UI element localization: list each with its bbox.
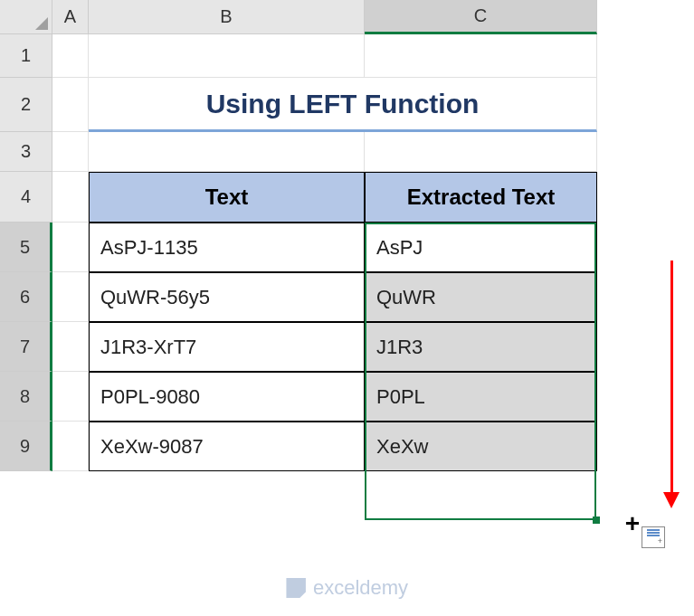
- cell-c7[interactable]: J1R3: [365, 322, 597, 372]
- cell-b1[interactable]: [89, 34, 365, 78]
- cell-b9[interactable]: XeXw-9087: [89, 422, 365, 471]
- cell-b8[interactable]: P0PL-9080: [89, 372, 365, 422]
- cell-b5[interactable]: AsPJ-1135: [89, 223, 365, 272]
- autofill-options-button[interactable]: +: [642, 526, 665, 548]
- row-header-3[interactable]: 3: [0, 132, 52, 172]
- row-header-8[interactable]: 8: [0, 372, 52, 422]
- cell-c9[interactable]: XeXw: [365, 422, 597, 471]
- cell-b3[interactable]: [89, 132, 365, 172]
- col-header-c[interactable]: C: [365, 0, 597, 34]
- select-all-corner[interactable]: [0, 0, 52, 34]
- fill-cursor-icon: +: [625, 509, 640, 538]
- cell-c8[interactable]: P0PL: [365, 372, 597, 422]
- col-header-a[interactable]: A: [52, 0, 89, 34]
- cell-a6[interactable]: [52, 272, 89, 322]
- row-header-2[interactable]: 2: [0, 78, 52, 132]
- cell-a5[interactable]: [52, 223, 89, 272]
- cell-a4[interactable]: [52, 172, 89, 223]
- row-header-5[interactable]: 5: [0, 223, 52, 272]
- cell-a1[interactable]: [52, 34, 89, 78]
- cell-a2[interactable]: [52, 78, 89, 132]
- col-header-b[interactable]: B: [89, 0, 365, 34]
- cell-c1[interactable]: [365, 34, 597, 78]
- cell-a9[interactable]: [52, 422, 89, 471]
- watermark: exceldemy: [286, 576, 408, 600]
- row-header-7[interactable]: 7: [0, 322, 52, 372]
- exceldemy-logo-icon: [286, 578, 306, 598]
- row-header-6[interactable]: 6: [0, 272, 52, 322]
- cell-a7[interactable]: [52, 322, 89, 372]
- cell-a8[interactable]: [52, 372, 89, 422]
- fill-handle[interactable]: [593, 516, 600, 524]
- table-header-extracted[interactable]: Extracted Text: [365, 172, 597, 223]
- cell-c6[interactable]: QuWR: [365, 272, 597, 322]
- table-header-text[interactable]: Text: [89, 172, 365, 223]
- cell-c5[interactable]: AsPJ: [365, 223, 597, 272]
- cell-c3[interactable]: [365, 132, 597, 172]
- cell-b7[interactable]: J1R3-XrT7: [89, 322, 365, 372]
- row-header-1[interactable]: 1: [0, 34, 52, 78]
- title-cell[interactable]: Using LEFT Function: [89, 78, 597, 132]
- spreadsheet-grid: A B C 1 2 Using LEFT Function 3 4 Text E…: [0, 0, 694, 471]
- cell-b6[interactable]: QuWR-56y5: [89, 272, 365, 322]
- row-header-4[interactable]: 4: [0, 172, 52, 223]
- watermark-text: exceldemy: [313, 576, 408, 600]
- row-header-9[interactable]: 9: [0, 422, 52, 471]
- cell-a3[interactable]: [52, 132, 89, 172]
